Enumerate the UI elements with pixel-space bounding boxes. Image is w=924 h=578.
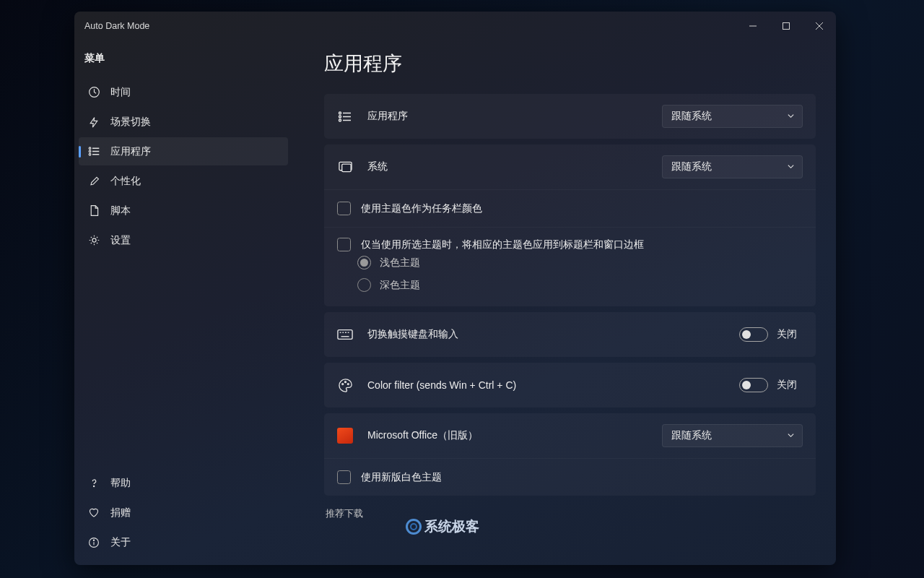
svg-point-5 (89, 147, 91, 150)
svg-point-9 (89, 153, 91, 155)
svg-point-11 (92, 238, 95, 242)
radio-dark-theme[interactable] (357, 278, 371, 292)
titlebar: Auto Dark Mode (74, 12, 836, 40)
svg-rect-1 (783, 23, 790, 30)
section-recommended: 推荐下载 (326, 507, 816, 520)
card-system: 系统 跟随系统 使用主题色作为任务栏颜色 仅当使用所选主题时，将相应的主题色应用… (324, 144, 816, 306)
label-light-theme: 浅色主题 (380, 256, 420, 269)
sidebar-item-personalize[interactable]: 个性化 (79, 167, 288, 195)
minimize-button[interactable] (736, 12, 770, 40)
card-color-filter: Color filter (sends Win + Ctrl + C) 关闭 (324, 363, 816, 407)
row-office-label: Microsoft Office（旧版） (367, 429, 478, 442)
select-apps-theme[interactable]: 跟随系统 (662, 105, 803, 128)
sidebar-item-label: 时间 (110, 86, 131, 99)
row-colorfilter-label: Color filter (sends Win + Ctrl + C) (367, 379, 516, 391)
help-icon (87, 477, 100, 490)
sidebar-item-script[interactable]: 脚本 (79, 197, 288, 225)
app-window: Auto Dark Mode 菜单 时间 场景切换 (74, 12, 836, 565)
card-touch-keyboard: 切换触摸键盘和输入 关闭 (324, 312, 816, 357)
sidebar-item-label: 关于 (110, 536, 131, 549)
toggle-color-filter-state: 关闭 (777, 379, 803, 392)
svg-point-15 (93, 540, 94, 540)
svg-point-16 (339, 112, 341, 114)
clock-icon (87, 86, 100, 99)
toggle-touch-keyboard[interactable] (739, 327, 768, 342)
checkbox-office-white[interactable] (337, 470, 351, 484)
label-accent-only: 仅当使用所选主题时，将相应的主题色应用到标题栏和窗口边框 (361, 238, 644, 251)
radio-light-theme[interactable] (357, 256, 371, 269)
palette-icon (337, 377, 353, 393)
sidebar-heading: 菜单 (74, 48, 295, 78)
card-apps: 应用程序 跟随系统 (324, 94, 816, 139)
svg-point-30 (341, 383, 343, 384)
monitor-icon (337, 159, 353, 175)
chevron-down-icon (787, 111, 795, 122)
close-button[interactable] (803, 12, 836, 40)
sidebar-item-apps[interactable]: 应用程序 (79, 137, 288, 165)
sidebar-item-scene[interactable]: 场景切换 (79, 108, 288, 136)
list-icon (87, 145, 100, 158)
label-taskbar-accent: 使用主题色作为任务栏颜色 (361, 202, 482, 215)
sidebar: 菜单 时间 场景切换 应用程序 个性化 (74, 40, 295, 565)
sidebar-item-help[interactable]: 帮助 (79, 469, 288, 497)
sidebar-item-label: 场景切换 (110, 116, 151, 129)
svg-rect-24 (338, 330, 352, 340)
keyboard-icon (337, 327, 353, 342)
chevron-down-icon (787, 162, 795, 173)
svg-rect-23 (341, 164, 350, 172)
sidebar-item-time[interactable]: 时间 (79, 78, 288, 106)
maximize-button[interactable] (770, 12, 803, 40)
sidebar-item-label: 应用程序 (110, 145, 151, 158)
page-title: 应用程序 (324, 51, 816, 77)
sidebar-item-label: 设置 (110, 234, 131, 247)
select-system-theme[interactable]: 跟随系统 (662, 155, 803, 178)
svg-point-12 (93, 486, 94, 486)
svg-point-32 (347, 383, 349, 384)
sidebar-item-settings[interactable]: 设置 (79, 226, 288, 254)
select-office-theme[interactable]: 跟随系统 (662, 424, 803, 447)
info-icon (87, 536, 100, 549)
list-icon (337, 108, 353, 124)
checkbox-accent-only[interactable] (337, 238, 351, 251)
svg-point-7 (89, 150, 91, 152)
gear-icon (87, 234, 100, 247)
row-system-label: 系统 (367, 160, 388, 173)
heart-icon (87, 506, 100, 519)
chevron-down-icon (787, 431, 795, 441)
sidebar-item-label: 捐赠 (110, 506, 131, 519)
label-dark-theme: 深色主题 (380, 279, 420, 292)
sidebar-item-label: 脚本 (110, 204, 131, 217)
document-icon (87, 204, 100, 217)
card-office: Microsoft Office（旧版） 跟随系统 使用新版白色主题 (324, 413, 816, 496)
sidebar-item-label: 帮助 (110, 477, 131, 490)
main-content: 应用程序 应用程序 跟随系统 系统 (295, 40, 836, 565)
toggle-touch-keyboard-state: 关闭 (777, 328, 803, 341)
office-icon (337, 428, 353, 444)
checkbox-taskbar-accent[interactable] (337, 202, 351, 215)
row-apps-label: 应用程序 (367, 110, 408, 123)
sidebar-item-about[interactable]: 关于 (79, 528, 288, 556)
sidebar-item-label: 个性化 (110, 175, 141, 188)
window-title: Auto Dark Mode (84, 21, 149, 31)
sidebar-item-donate[interactable]: 捐赠 (79, 499, 288, 527)
label-office-white: 使用新版白色主题 (361, 471, 442, 484)
lightning-icon (87, 116, 100, 129)
brush-icon (87, 175, 100, 188)
svg-point-18 (339, 116, 341, 118)
row-touchkbd-label: 切换触摸键盘和输入 (367, 328, 458, 341)
svg-point-31 (344, 381, 346, 382)
svg-point-20 (339, 119, 341, 121)
toggle-color-filter[interactable] (739, 378, 768, 392)
